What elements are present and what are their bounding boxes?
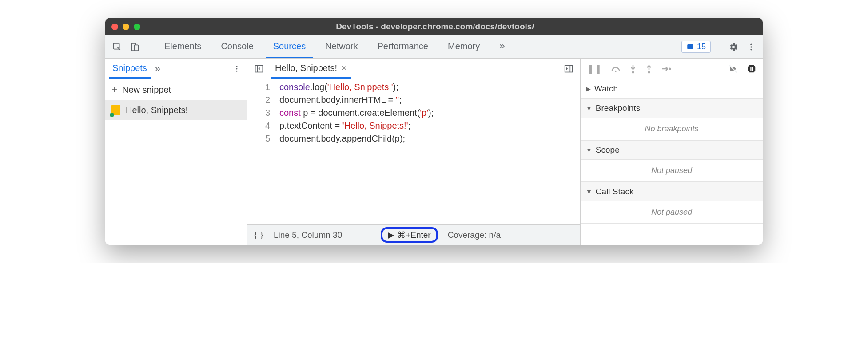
svg-rect-16 bbox=[750, 67, 751, 71]
deactivate-breakpoints-icon[interactable] bbox=[728, 64, 738, 73]
breakpoints-body: No breakpoints bbox=[581, 118, 763, 140]
step-into-icon[interactable] bbox=[629, 64, 637, 74]
step-out-icon[interactable] bbox=[645, 64, 653, 74]
chevron-down-icon: ▼ bbox=[586, 188, 592, 195]
snippet-file-row[interactable]: Hello, Snippets! bbox=[105, 100, 247, 120]
navigator-sidebar: Snippets » + New snippet Hello, Snippets… bbox=[105, 59, 247, 245]
new-snippet-label: New snippet bbox=[122, 85, 171, 95]
device-toggle-icon[interactable] bbox=[127, 40, 143, 54]
svg-point-14 bbox=[648, 71, 650, 73]
tab-elements[interactable]: Elements bbox=[157, 35, 208, 58]
debugger-toggle-icon[interactable] bbox=[561, 63, 577, 75]
svg-point-7 bbox=[236, 66, 238, 67]
tab-memory[interactable]: Memory bbox=[441, 35, 487, 58]
debugger-pane: ❚❚ ▶ bbox=[581, 59, 763, 245]
svg-point-12 bbox=[615, 70, 617, 72]
svg-point-5 bbox=[750, 46, 752, 47]
scope-header[interactable]: ▼Scope bbox=[581, 140, 763, 160]
zoom-icon[interactable] bbox=[134, 24, 140, 30]
sidebar-more-icon[interactable]: » bbox=[155, 63, 160, 75]
main-toolbar: Elements Console Sources Network Perform… bbox=[105, 35, 763, 59]
watch-header[interactable]: ▶Watch bbox=[581, 79, 763, 98]
plus-icon: + bbox=[111, 83, 118, 96]
sidebar-kebab-icon[interactable] bbox=[230, 62, 243, 75]
inspect-icon[interactable] bbox=[110, 40, 125, 54]
callstack-body: Not paused bbox=[581, 201, 763, 224]
debugger-toolbar: ❚❚ bbox=[581, 59, 763, 79]
svg-point-15 bbox=[669, 67, 671, 70]
tab-sources[interactable]: Sources bbox=[266, 35, 313, 58]
svg-rect-3 bbox=[687, 44, 693, 49]
scope-body: Not paused bbox=[581, 160, 763, 182]
svg-point-8 bbox=[236, 68, 238, 69]
snippet-file-label: Hello, Snippets! bbox=[126, 105, 188, 115]
coverage-status: Coverage: n/a bbox=[448, 230, 501, 240]
callstack-header[interactable]: ▼Call Stack bbox=[581, 182, 763, 201]
issues-count: 15 bbox=[697, 42, 706, 51]
step-icon[interactable] bbox=[661, 65, 671, 72]
tab-console[interactable]: Console bbox=[214, 35, 260, 58]
svg-rect-2 bbox=[134, 45, 138, 51]
svg-point-13 bbox=[632, 71, 634, 73]
step-over-icon[interactable] bbox=[611, 65, 621, 73]
chevron-down-icon: ▼ bbox=[586, 146, 592, 153]
editor-tab-label: Hello, Snippets! bbox=[275, 63, 337, 73]
svg-point-6 bbox=[750, 49, 752, 50]
run-shortcut: ⌘+Enter bbox=[397, 230, 431, 240]
tab-performance[interactable]: Performance bbox=[370, 35, 436, 58]
panel-tabs: Elements Console Sources Network Perform… bbox=[157, 35, 679, 58]
chevron-right-icon: ▶ bbox=[586, 85, 591, 92]
play-icon: ▶ bbox=[388, 230, 394, 240]
code-editor: Hello, Snippets! × 12345 console.log('He… bbox=[247, 59, 581, 245]
cursor-position: Line 5, Column 30 bbox=[274, 230, 342, 240]
code-lines[interactable]: console.log('Hello, Snippets!');document… bbox=[275, 81, 434, 224]
devtools-window: DevTools - developer.chrome.com/docs/dev… bbox=[105, 18, 763, 245]
close-tab-icon[interactable]: × bbox=[342, 63, 347, 73]
svg-rect-17 bbox=[752, 67, 753, 71]
issues-chip[interactable]: 15 bbox=[681, 41, 711, 53]
titlebar: DevTools - developer.chrome.com/docs/dev… bbox=[105, 18, 763, 35]
chevron-down-icon: ▼ bbox=[586, 105, 592, 112]
new-snippet-button[interactable]: + New snippet bbox=[105, 79, 247, 100]
kebab-icon[interactable] bbox=[744, 40, 758, 54]
snippet-file-icon bbox=[111, 105, 120, 115]
breakpoints-header[interactable]: ▼Breakpoints bbox=[581, 98, 763, 118]
pause-on-exception-icon[interactable] bbox=[747, 64, 757, 74]
sidebar-tab-snippets[interactable]: Snippets bbox=[109, 59, 151, 79]
svg-point-9 bbox=[236, 70, 238, 71]
tab-network[interactable]: Network bbox=[318, 35, 365, 58]
traffic-lights bbox=[111, 24, 140, 30]
run-snippet-button[interactable]: ▶ ⌘+Enter bbox=[381, 227, 438, 243]
window-title: DevTools - developer.chrome.com/docs/dev… bbox=[140, 22, 730, 31]
svg-point-4 bbox=[750, 43, 752, 45]
editor-tab[interactable]: Hello, Snippets! × bbox=[271, 59, 351, 79]
minimize-icon[interactable] bbox=[123, 24, 129, 30]
more-tabs-icon[interactable]: » bbox=[492, 35, 512, 58]
close-icon[interactable] bbox=[111, 24, 118, 30]
pause-icon[interactable]: ❚❚ bbox=[587, 63, 602, 74]
status-bar: { } Line 5, Column 30 ▶ ⌘+Enter Coverage… bbox=[247, 224, 580, 245]
navigator-toggle-icon[interactable] bbox=[251, 63, 267, 75]
format-icon[interactable]: { } bbox=[254, 230, 264, 240]
line-gutter: 12345 bbox=[247, 81, 275, 224]
gear-icon[interactable] bbox=[725, 40, 741, 54]
svg-rect-11 bbox=[565, 65, 573, 72]
